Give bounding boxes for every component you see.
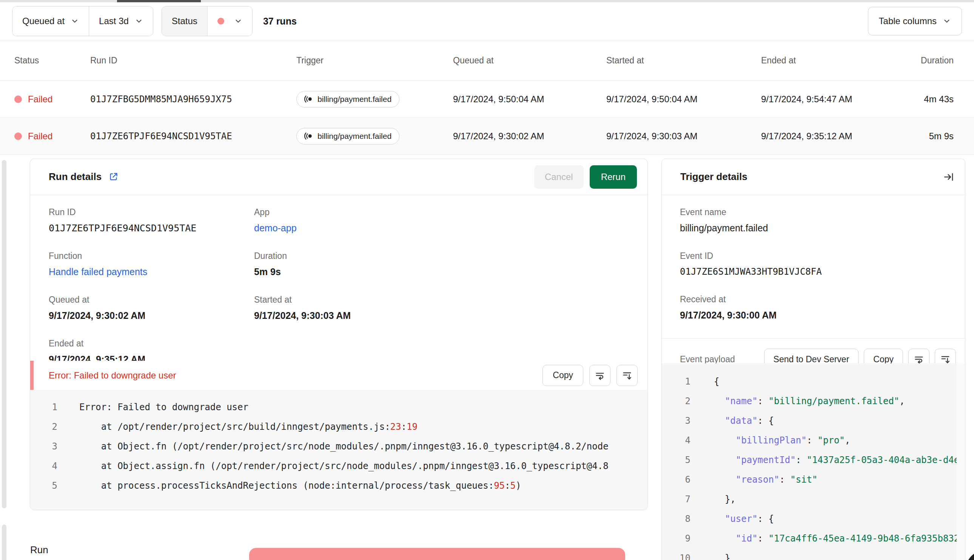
runs-table-body: Failed01J7ZFBG5DMM85MJA9H659JX75billing/… (0, 81, 974, 155)
code-line: 1Error: Failed to downgrade user (30, 397, 647, 417)
line-number: 8 (662, 509, 690, 529)
trigger-pill[interactable]: billing/payment.failed (296, 91, 399, 108)
code-line: 1{ (662, 372, 957, 391)
event-icon (304, 95, 313, 103)
table-columns-label: Table columns (879, 16, 937, 27)
event-name-value: billing/payment.failed (680, 223, 947, 233)
line-number: 5 (30, 476, 57, 495)
line-number: 3 (662, 411, 690, 430)
vertical-scrollbar-thumb[interactable] (2, 525, 7, 560)
run-status-label: Failed (28, 131, 52, 142)
timeline-run-label: Run (30, 544, 48, 556)
runs-count: 37 runs (263, 16, 297, 27)
event-id-field: Event ID 01J7ZE6S1MJWA33HT9B1VJC8FA (680, 251, 947, 277)
chevron-down-icon (135, 17, 143, 25)
code-line: 4 "billingPlan": "pro", (662, 430, 957, 450)
line-number: 2 (30, 417, 57, 437)
line-number: 2 (662, 391, 690, 411)
collapse-panel-icon[interactable] (943, 171, 954, 183)
function-link[interactable]: Handle failed payments (49, 267, 147, 277)
time-filter-group: Queued at Last 3d (12, 6, 153, 36)
trigger-details-panel: Trigger details Event name billing/payme… (661, 158, 965, 560)
trigger-details-fields: Event name billing/payment.failed Event … (662, 195, 965, 321)
scroll-to-bottom-icon[interactable] (617, 365, 638, 386)
chevron-down-icon (71, 17, 79, 25)
run-details-panel: Run details Cancel Rerun Run ID 01J7ZE6T… (30, 158, 648, 510)
line-number: 6 (662, 470, 690, 490)
duration-cell: 5m 9s (917, 131, 954, 142)
code-line: 8 "user": { (662, 509, 957, 529)
time-range-label: Last 3d (99, 16, 129, 27)
run-status-label: Failed (28, 94, 52, 105)
run-details-fields: Run ID 01J7ZE6TPJF6E94NCSD1V95TAE App de… (30, 195, 647, 365)
queued-at-cell: 9/17/2024, 9:50:04 AM (453, 94, 606, 105)
code-line: 3 "data": { (662, 411, 957, 430)
status-filter-label: Status (172, 16, 197, 27)
column-header-status[interactable]: Status (14, 55, 90, 66)
runs-table-header: Status Run ID Trigger Queued at Started … (0, 40, 974, 81)
duration-value: 5m 9s (254, 267, 647, 277)
run-id-field: Run ID 01J7ZE6TPJF6E94NCSD1V95TAE (49, 207, 254, 233)
trigger-pill[interactable]: billing/payment.failed (296, 128, 399, 145)
vertical-scrollbar-thumb[interactable] (2, 160, 7, 508)
code-line: 9 "id": "17ca4ff6-45ea-4149-9b48-6fa935b… (662, 529, 957, 548)
started-at-value: 9/17/2024, 9:30:03 AM (254, 310, 647, 321)
rerun-button[interactable]: Rerun (590, 165, 637, 189)
run-id-cell: 01J7ZE6TPJF6E94NCSD1V95TAE (90, 131, 296, 142)
run-details-header: Run details Cancel Rerun (30, 159, 647, 195)
queued-at-filter[interactable]: Queued at (12, 7, 89, 36)
event-name-field: Event name billing/payment.failed (680, 207, 947, 233)
table-columns-button[interactable]: Table columns (868, 7, 962, 35)
status-filter-value[interactable] (207, 7, 252, 36)
column-header-duration[interactable]: Duration (917, 55, 954, 66)
code-line: 6 "reason": "sit" (662, 470, 957, 490)
code-line: 4 at Object.assign.fn (/opt/render/proje… (30, 456, 647, 476)
time-range-filter[interactable]: Last 3d (89, 7, 153, 36)
function-field: Function Handle failed payments (49, 251, 254, 277)
chevron-down-icon (234, 17, 242, 25)
column-header-trigger[interactable]: Trigger (296, 55, 453, 66)
chevron-down-icon (943, 17, 951, 25)
event-payload-json: 1{2 "name": "billing/payment.failed",3 "… (662, 363, 965, 560)
column-header-run-id[interactable]: Run ID (90, 55, 296, 66)
started-at-field: Started at 9/17/2024, 9:30:03 AM (254, 295, 647, 321)
table-row[interactable]: Failed01J7ZE6TPJF6E94NCSD1V95TAEbilling/… (0, 118, 974, 155)
line-number: 5 (662, 450, 690, 470)
external-link-icon[interactable] (108, 172, 118, 182)
event-id-label: Event ID (680, 251, 947, 261)
app-field: App demo-app (254, 207, 647, 233)
code-line: 3 at Object.fn (/opt/render/project/src/… (30, 437, 647, 456)
floating-action-button[interactable] (966, 550, 974, 560)
code-line: 2 "name": "billing/payment.failed", (662, 391, 957, 411)
column-header-queued-at[interactable]: Queued at (453, 55, 606, 66)
code-line: 7 }, (662, 490, 957, 509)
error-header: Error: Failed to downgrade user Copy (30, 361, 647, 390)
line-number: 1 (30, 397, 57, 417)
app-link[interactable]: demo-app (254, 223, 297, 233)
cancel-button[interactable]: Cancel (534, 165, 584, 189)
duration-field: Duration 5m 9s (254, 251, 647, 277)
queued-at-cell: 9/17/2024, 9:30:02 AM (453, 131, 606, 142)
app-label: App (254, 207, 647, 217)
started-at-label: Started at (254, 295, 647, 305)
column-header-started-at[interactable]: Started at (606, 55, 761, 66)
line-number: 1 (662, 372, 690, 391)
error-copy-button[interactable]: Copy (542, 365, 583, 386)
table-row[interactable]: Failed01J7ZFBG5DMM85MJA9H659JX75billing/… (0, 81, 974, 118)
error-accent-stripe (30, 361, 33, 390)
line-number: 3 (30, 437, 57, 456)
line-number: 7 (662, 490, 690, 509)
event-id-value: 01J7ZE6S1MJWA33HT9B1VJC8FA (680, 267, 947, 277)
line-number: 9 (662, 529, 690, 548)
trigger-pill-label: billing/payment.failed (317, 132, 392, 141)
queued-at-filter-label: Queued at (22, 16, 65, 27)
timeline-run-bar[interactable] (249, 548, 625, 560)
queued-at-label: Queued at (49, 295, 254, 305)
queued-at-field: Queued at 9/17/2024, 9:30:02 AM (49, 295, 254, 321)
code-line: 5 "paymentId": "1437a25f-05a3-404a-ab3e-… (662, 450, 957, 470)
run-details-title: Run details (49, 171, 102, 183)
line-number: 10 (662, 548, 690, 560)
filters-toolbar: Queued at Last 3d Status (0, 2, 974, 40)
column-header-ended-at[interactable]: Ended at (761, 55, 917, 66)
word-wrap-icon[interactable] (589, 365, 610, 386)
